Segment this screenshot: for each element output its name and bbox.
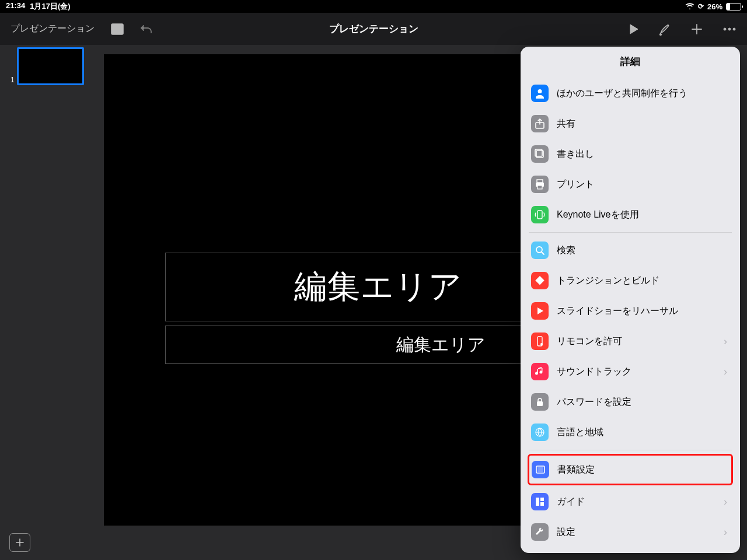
svg-rect-8 bbox=[537, 180, 543, 183]
svg-rect-13 bbox=[535, 276, 544, 285]
battery-percent: 26% bbox=[707, 2, 722, 11]
menu-label: 言語と地域 bbox=[557, 426, 729, 439]
menu-remote[interactable]: リモコンを許可› bbox=[529, 326, 732, 356]
menu-label: 検索 bbox=[557, 244, 729, 257]
menu-password[interactable]: パスワードを設定 bbox=[529, 387, 732, 417]
slide-thumb[interactable]: 1 bbox=[0, 47, 98, 85]
guide-icon bbox=[531, 493, 549, 510]
menu-label: パスワードを設定 bbox=[557, 396, 729, 408]
popover-title: 詳細 bbox=[521, 47, 740, 76]
undo-button[interactable] bbox=[140, 23, 153, 35]
menu-label: 書類設定 bbox=[557, 464, 729, 476]
broadcast-icon bbox=[531, 206, 549, 223]
more-options-popover: 詳細 ほかのユーザと共同制作を行う共有書き出しプリントKeynote Liveを… bbox=[521, 47, 740, 553]
back-to-presentations-button[interactable]: プレゼンテーション bbox=[11, 23, 95, 35]
svg-rect-21 bbox=[540, 498, 544, 501]
menu-label: Keynote Liveを使用 bbox=[557, 209, 729, 221]
slide-number-label: 1 bbox=[11, 76, 15, 84]
menu-label: ガイド bbox=[557, 496, 724, 508]
format-brush-button[interactable] bbox=[658, 23, 671, 36]
menu-label: トランジションとビルド bbox=[557, 275, 729, 287]
chevron-right-icon: › bbox=[724, 366, 729, 378]
person-icon bbox=[531, 85, 549, 102]
chevron-right-icon: › bbox=[724, 526, 729, 538]
svg-point-2 bbox=[724, 28, 726, 30]
menu-label: スライドショーをリハーサル bbox=[557, 305, 729, 317]
menu-label: ほかのユーザと共同制作を行う bbox=[557, 88, 729, 100]
menu-label: 共有 bbox=[557, 118, 729, 130]
svg-point-4 bbox=[733, 28, 735, 30]
chevron-right-icon: › bbox=[724, 335, 729, 348]
document-title: プレゼンテーション bbox=[329, 22, 418, 36]
menu-label: サウンドトラック bbox=[557, 366, 724, 378]
search-icon bbox=[531, 242, 549, 259]
menu-collaborate[interactable]: ほかのユーザと共同制作を行う bbox=[529, 78, 732, 108]
lock-icon bbox=[531, 393, 549, 411]
menu-docsetup[interactable]: 書類設定 bbox=[528, 454, 733, 485]
menu-settings[interactable]: 設定› bbox=[529, 517, 732, 547]
remote-icon bbox=[531, 332, 549, 350]
svg-rect-11 bbox=[537, 211, 542, 219]
toolbar: プレゼンテーション プレゼンテーション bbox=[0, 13, 747, 45]
share-icon bbox=[531, 115, 549, 132]
export-icon bbox=[531, 145, 549, 163]
status-time: 21:34 bbox=[6, 1, 25, 12]
diamond-icon bbox=[531, 272, 549, 289]
menu-label: プリント bbox=[557, 178, 729, 191]
globe-icon bbox=[531, 424, 549, 441]
menu-label: 設定 bbox=[557, 526, 724, 538]
svg-point-15 bbox=[540, 343, 543, 345]
print-icon bbox=[531, 176, 549, 193]
more-options-button[interactable] bbox=[722, 27, 736, 32]
play-button[interactable] bbox=[629, 24, 638, 34]
doc-icon bbox=[532, 461, 549, 478]
menu-soundtrack[interactable]: サウンドトラック› bbox=[529, 356, 732, 387]
menu-share[interactable]: 共有 bbox=[529, 108, 732, 139]
status-bar: 21:34 1月17日(金) ⟳ 26% bbox=[0, 0, 747, 13]
svg-rect-22 bbox=[540, 502, 544, 506]
add-slide-button[interactable] bbox=[9, 533, 30, 552]
svg-rect-0 bbox=[111, 24, 123, 34]
svg-rect-19 bbox=[537, 467, 543, 472]
menu-locale[interactable]: 言語と地域 bbox=[529, 417, 732, 447]
menu-print[interactable]: プリント bbox=[529, 169, 732, 200]
menu-transitions[interactable]: トランジションとビルド bbox=[529, 265, 732, 296]
slide-navigator[interactable]: 1 bbox=[0, 45, 98, 560]
svg-rect-10 bbox=[537, 186, 542, 189]
play-icon bbox=[531, 302, 549, 320]
slide-thumbnail[interactable] bbox=[17, 47, 84, 85]
svg-point-3 bbox=[728, 28, 731, 30]
wifi-icon bbox=[685, 2, 694, 11]
menu-label: リモコンを許可 bbox=[557, 335, 724, 348]
wrench-icon bbox=[531, 523, 549, 541]
chevron-right-icon: › bbox=[724, 496, 729, 508]
menu-search[interactable]: 検索 bbox=[529, 235, 732, 265]
status-date: 1月17日(金) bbox=[30, 1, 70, 12]
battery-icon bbox=[726, 3, 741, 10]
view-options-button[interactable] bbox=[111, 23, 124, 35]
menu-label: 書き出し bbox=[557, 148, 729, 160]
menu-live[interactable]: Keynote Liveを使用 bbox=[529, 200, 732, 230]
music-icon bbox=[531, 363, 549, 380]
menu-guide[interactable]: ガイド› bbox=[529, 487, 732, 517]
svg-rect-20 bbox=[536, 498, 539, 506]
svg-rect-16 bbox=[537, 401, 543, 406]
menu-rehearse[interactable]: スライドショーをリハーサル bbox=[529, 296, 732, 326]
menu-export[interactable]: 書き出し bbox=[529, 139, 732, 169]
orientation-lock-icon: ⟳ bbox=[698, 2, 704, 10]
insert-button[interactable] bbox=[691, 23, 703, 35]
